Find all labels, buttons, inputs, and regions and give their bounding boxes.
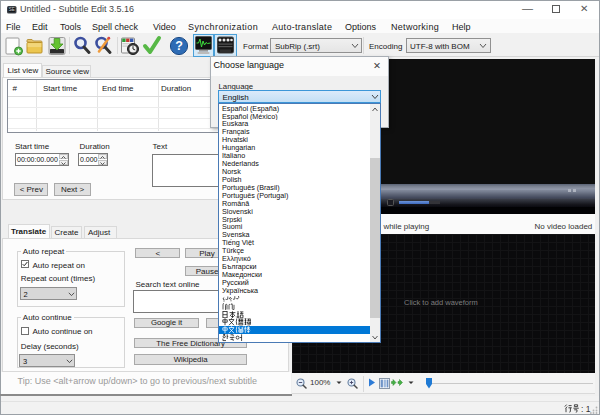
svg-text:?: ? xyxy=(175,39,183,53)
svg-text:SE: SE xyxy=(8,7,14,12)
